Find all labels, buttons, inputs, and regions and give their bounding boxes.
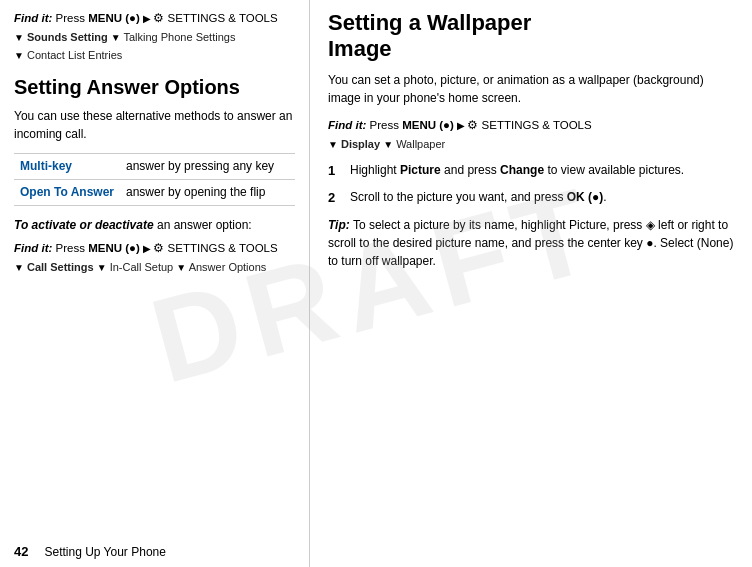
find-it-block-2: Find it: Press MENU (●) ▶ ⚙ SETTINGS & T…: [14, 240, 295, 257]
page-number: 42: [14, 544, 28, 559]
chevron-down-icon-3: ▼: [14, 50, 24, 61]
settings-label-2: SETTINGS & TOOLS: [164, 242, 277, 254]
chevron-down-icon-r2: ▼: [383, 139, 393, 150]
step-1-text: Highlight Picture and press Change to vi…: [350, 161, 684, 179]
answer-options-body: You can use these alternative methods to…: [14, 107, 295, 143]
settings-label-1: SETTINGS & TOOLS: [164, 12, 277, 24]
chevron-down-icon-5: ▼: [97, 262, 107, 273]
settings-label-right: SETTINGS & TOOLS: [478, 119, 591, 131]
page-footer: 42 Setting Up Your Phone: [14, 544, 166, 559]
chevron-down-icon-1: ▼: [14, 32, 24, 43]
find-it-intro-1: Press: [52, 12, 88, 24]
tip-paragraph: Tip: To select a picture by its name, hi…: [328, 216, 734, 270]
settings-icon-1: ⚙: [153, 12, 164, 24]
step-num-2: 2: [328, 188, 346, 208]
breadcrumb-item-call: Call Settings: [27, 261, 94, 273]
breadcrumb-item-answer: Answer Options: [189, 261, 267, 273]
arrow-right-1: ▶: [140, 13, 154, 24]
find-it-intro-right: Press: [366, 119, 402, 131]
find-it-intro-2: Press: [52, 242, 88, 254]
find-it-block-right: Find it: Press MENU (●) ▶ ⚙ SETTINGS & T…: [328, 117, 734, 134]
table-cell-val-1: answer by pressing any key: [120, 154, 295, 180]
section-heading-answer: Setting Answer Options: [14, 75, 295, 99]
settings-icon-2: ⚙: [153, 242, 164, 254]
breadcrumb-line-3: ▼ Call Settings ▼ In-Call Setup ▼ Answer…: [14, 259, 295, 276]
table-cell-key-2: Open To Answer: [14, 180, 120, 206]
list-item: 1 Highlight Picture and press Change to …: [328, 161, 734, 181]
activate-line: To activate or deactivate an answer opti…: [14, 216, 295, 234]
chevron-down-icon-r1: ▼: [328, 139, 338, 150]
breadcrumb-item-talking: Talking Phone Settings: [123, 31, 235, 43]
menu-key-right: MENU (●): [402, 119, 454, 131]
answer-options-table: Multi-key answer by pressing any key Ope…: [14, 153, 295, 206]
list-item: 2 Scroll to the picture you want, and pr…: [328, 188, 734, 208]
arrow-right-2: ▶: [140, 243, 154, 254]
table-cell-val-2: answer by opening the flip: [120, 180, 295, 206]
right-column: Setting a WallpaperImage You can set a p…: [310, 0, 752, 567]
table-row: Open To Answer answer by opening the fli…: [14, 180, 295, 206]
page-footer-text: Setting Up Your Phone: [44, 545, 165, 559]
breadcrumb-item-incall: In-Call Setup: [110, 261, 174, 273]
menu-key-1: MENU (●): [88, 12, 140, 24]
step-num-1: 1: [328, 161, 346, 181]
left-column: Find it: Press MENU (●) ▶ ⚙ SETTINGS & T…: [0, 0, 310, 567]
breadcrumb-line-right: ▼ Display ▼ Wallpaper: [328, 136, 734, 153]
find-it-label-1: Find it:: [14, 12, 52, 24]
find-it-label-2: Find it:: [14, 242, 52, 254]
breadcrumb-item-wallpaper: Wallpaper: [396, 138, 445, 150]
tip-text: To select a picture by its name, highlig…: [328, 218, 733, 268]
find-it-block-1: Find it: Press MENU (●) ▶ ⚙ SETTINGS & T…: [14, 10, 295, 27]
chevron-down-icon-6: ▼: [176, 262, 186, 273]
chevron-down-icon-2: ▼: [111, 32, 121, 43]
breadcrumb-item-sounds: Sounds Setting: [27, 31, 108, 43]
breadcrumb-item-display: Display: [341, 138, 380, 150]
breadcrumb-item-contact: Contact List Entries: [27, 49, 122, 61]
chevron-down-icon-4: ▼: [14, 262, 24, 273]
activate-suffix: an answer option:: [154, 218, 252, 232]
breadcrumb-line-1: ▼ Sounds Setting ▼ Talking Phone Setting…: [14, 29, 295, 46]
find-it-label-right: Find it:: [328, 119, 366, 131]
tip-label: Tip:: [328, 218, 350, 232]
menu-key-2: MENU (●): [88, 242, 140, 254]
arrow-right-right: ▶: [454, 120, 468, 131]
wallpaper-body: You can set a photo, picture, or animati…: [328, 71, 734, 107]
settings-icon-right: ⚙: [467, 119, 478, 131]
table-row: Multi-key answer by pressing any key: [14, 154, 295, 180]
breadcrumb-line-2: ▼ Contact List Entries: [14, 47, 295, 64]
activate-bold: To activate or deactivate: [14, 218, 154, 232]
wallpaper-heading: Setting a WallpaperImage: [328, 10, 734, 63]
step-2-text: Scroll to the picture you want, and pres…: [350, 188, 607, 206]
steps-list: 1 Highlight Picture and press Change to …: [328, 161, 734, 208]
table-cell-key-1: Multi-key: [14, 154, 120, 180]
